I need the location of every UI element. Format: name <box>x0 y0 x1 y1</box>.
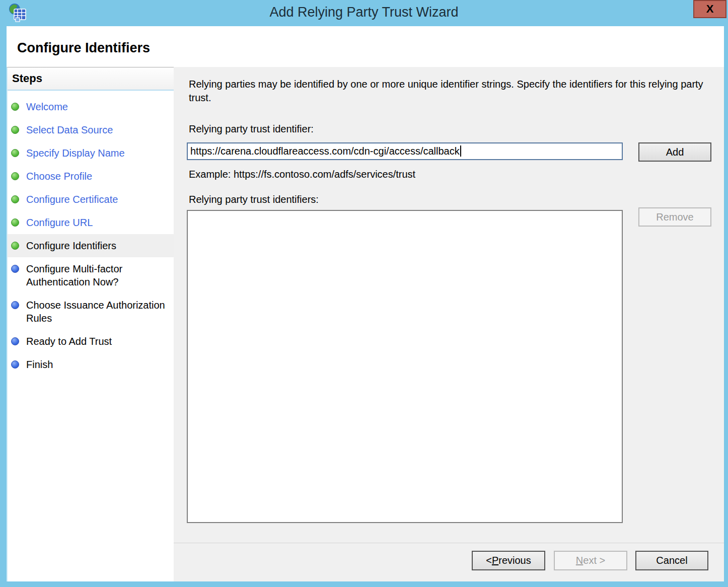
step-item-choose-profile: Choose Profile <box>8 165 174 188</box>
step-item-welcome: Welcome <box>8 95 174 118</box>
remove-button[interactable]: Remove <box>638 207 711 227</box>
step-item-ready-to-add-trust: Ready to Add Trust <box>8 330 174 353</box>
step-bullet-complete-icon <box>11 172 19 180</box>
step-item-label: Configure Multi-factor Authentication No… <box>26 262 166 288</box>
step-item-configure-identifiers: Configure Identifiers <box>8 234 174 257</box>
close-button[interactable]: X <box>693 0 726 18</box>
step-bullet-complete-icon <box>11 218 19 227</box>
intro-text: Relying parties may be identified by one… <box>189 78 705 105</box>
cancel-button[interactable]: Cancel <box>635 551 708 570</box>
steps-list: WelcomeSelect Data SourceSpecify Display… <box>8 95 174 376</box>
steps-heading: Steps <box>8 67 174 91</box>
step-bullet-complete-icon <box>11 103 19 111</box>
step-bullet-pending-icon <box>11 265 19 273</box>
step-item-choose-issuance-authorization-rules: Choose Issuance Authorization Rules <box>8 293 174 330</box>
footer-bar: < Previous Next > Cancel <box>174 543 724 581</box>
wizard-dialog: Configure Identifiers Steps WelcomeSelec… <box>7 26 724 581</box>
text-caret <box>460 145 461 157</box>
steps-panel: Steps WelcomeSelect Data SourceSpecify D… <box>7 67 174 581</box>
step-item-label: Choose Issuance Authorization Rules <box>26 299 166 325</box>
step-item-label: Choose Profile <box>26 170 92 183</box>
page-title: Configure Identifiers <box>17 40 150 56</box>
step-item-label: Finish <box>26 358 53 371</box>
step-bullet-complete-icon <box>11 126 19 134</box>
identifier-input[interactable]: https://carena.cloudflareaccess.com/cdn-… <box>187 142 623 160</box>
step-bullet-pending-icon <box>11 360 19 369</box>
identifier-label: Relying party trust identifier: <box>189 123 314 135</box>
step-bullet-pending-icon <box>11 337 19 345</box>
previous-button[interactable]: < Previous <box>472 551 545 570</box>
step-item-specify-display-name: Specify Display Name <box>8 141 174 165</box>
step-bullet-complete-icon <box>11 149 19 157</box>
step-item-configure-multi-factor-authentication-now: Configure Multi-factor Authentication No… <box>8 257 174 293</box>
step-item-label: Welcome <box>26 100 68 113</box>
step-bullet-pending-icon <box>11 301 19 309</box>
example-text: Example: https://fs.contoso.com/adfs/ser… <box>189 169 415 180</box>
step-item-label: Configure Certificate <box>26 193 118 206</box>
title-bar: Add Relying Party Trust Wizard X <box>0 0 728 26</box>
step-item-label: Specify Display Name <box>26 146 125 160</box>
identifiers-listbox[interactable] <box>187 210 623 523</box>
step-item-label: Configure Identifiers <box>26 239 116 252</box>
step-item-label: Configure URL <box>26 216 93 229</box>
step-item-select-data-source: Select Data Source <box>8 118 174 141</box>
step-bullet-complete-icon <box>11 195 19 203</box>
step-bullet-complete-icon <box>11 242 19 250</box>
step-item-configure-url: Configure URL <box>8 211 174 234</box>
step-item-label: Select Data Source <box>26 123 113 136</box>
window-title: Add Relying Party Trust Wizard <box>0 5 728 20</box>
step-item-label: Ready to Add Trust <box>26 335 112 348</box>
next-button[interactable]: Next > <box>554 551 627 570</box>
add-button[interactable]: Add <box>638 142 711 162</box>
step-item-finish: Finish <box>8 353 174 376</box>
main-panel: Relying parties may be identified by one… <box>174 67 724 543</box>
identifiers-list-label: Relying party trust identifiers: <box>189 194 319 205</box>
step-item-configure-certificate: Configure Certificate <box>8 188 174 211</box>
identifier-input-value: https://carena.cloudflareaccess.com/cdn-… <box>190 145 460 157</box>
